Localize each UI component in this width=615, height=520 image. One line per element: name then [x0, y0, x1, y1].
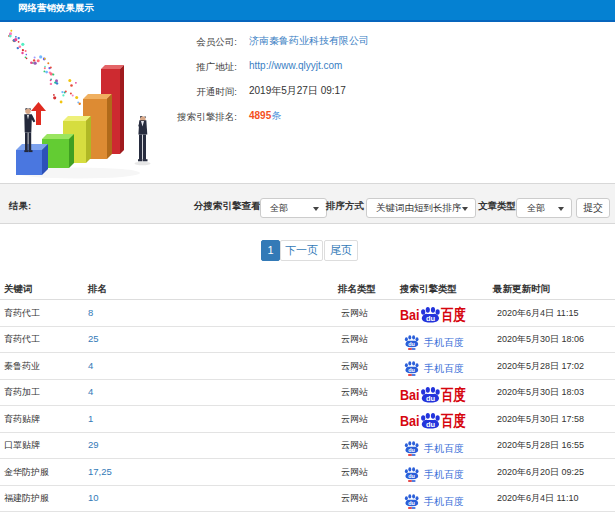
svg-text:du: du [426, 420, 436, 429]
svg-text:Bai: Bai [400, 306, 420, 323]
svg-text:手机百度: 手机百度 [423, 443, 464, 454]
svg-text:du: du [408, 499, 415, 505]
svg-text:Bai: Bai [400, 412, 420, 429]
svg-text:du: du [408, 473, 415, 479]
svg-text:du: du [426, 314, 436, 323]
svg-text:手机百度: 手机百度 [423, 363, 464, 374]
svg-text:du: du [408, 367, 415, 373]
svg-text:百度: 百度 [441, 386, 466, 403]
svg-text:手机百度: 手机百度 [423, 337, 464, 348]
svg-text:du: du [426, 393, 436, 402]
svg-text:手机百度: 手机百度 [423, 496, 464, 507]
svg-text:du: du [408, 340, 415, 346]
svg-text:手机百度: 手机百度 [423, 469, 464, 480]
svg-text:Bai: Bai [400, 386, 420, 403]
svg-text:百度: 百度 [441, 412, 466, 429]
svg-text:du: du [408, 446, 415, 452]
svg-text:百度: 百度 [441, 306, 466, 323]
